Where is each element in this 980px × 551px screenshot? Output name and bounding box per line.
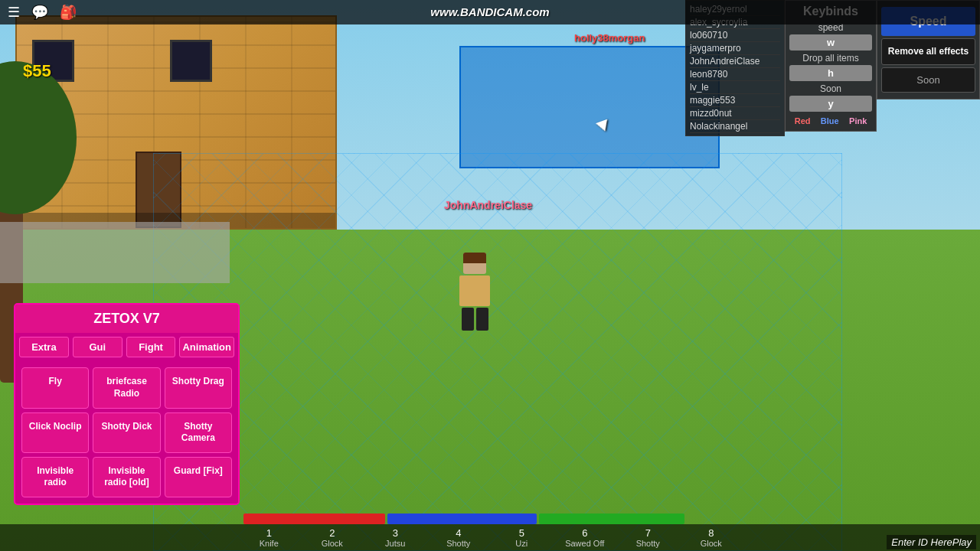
soon-button: Soon (881, 67, 975, 93)
hotbar-label-3: Jutsu (385, 539, 405, 548)
fly-button[interactable]: Fly (21, 367, 89, 408)
drop-all-key[interactable]: h (789, 65, 872, 81)
keybind-colors: Red Blue Pink (789, 115, 872, 127)
tab-fight[interactable]: Fight (126, 337, 176, 357)
hotbar-num-2: 2 (329, 527, 335, 539)
player-list-item: jaygamerpro (690, 42, 780, 55)
hotbar-slot-5[interactable]: 5 Uzi (490, 527, 554, 548)
click-noclip-button[interactable]: Click Noclip (21, 412, 89, 453)
money-display: $55 (23, 61, 51, 81)
menu-icon[interactable]: ☰ (8, 4, 20, 21)
hotbar-num-7: 7 (645, 527, 651, 539)
color-red-btn[interactable]: Red (792, 115, 813, 127)
health-bar-blue (387, 514, 537, 524)
blue-grid-overlay (153, 153, 842, 551)
zetox-tabs: Extra Gui Fight Animation (15, 333, 238, 361)
water-area (459, 46, 720, 168)
hotbar: 1 Knife 2 Glock 3 Jutsu 4 Shotty 5 Uzi 6… (0, 524, 980, 551)
hotbar-slot-1[interactable]: 1 Knife (237, 527, 301, 548)
hotbar-label-6: Sawed Off (565, 539, 604, 548)
invisible-radio-old-button[interactable]: Invisible radio [old] (93, 457, 160, 497)
tab-extra[interactable]: Extra (19, 337, 69, 357)
shotty-dick-button[interactable]: Shotty Dick (93, 412, 160, 453)
hotbar-num-6: 6 (582, 527, 587, 539)
enemy-name: holly38morgan (574, 32, 645, 44)
speed-key[interactable]: w (789, 34, 872, 51)
zetox-title: ZETOX V7 (15, 305, 238, 333)
shotty-drag-button[interactable]: Shotty Drag (165, 367, 232, 408)
hotbar-label-1: Knife (260, 539, 279, 548)
path (0, 222, 230, 283)
hotbar-slot-2[interactable]: 2 Glock (301, 527, 364, 548)
player-character (459, 253, 490, 331)
player-list-item: lo060710 (690, 29, 780, 42)
player-list-item: lv_le (690, 81, 780, 94)
briefcase-radio-button[interactable]: briefcase Radio (93, 367, 160, 408)
hotbar-num-8: 8 (708, 527, 714, 539)
player-list-item: JohnAndreiClase (690, 55, 780, 68)
player-list-item: Nolackinangel (690, 120, 780, 133)
invisible-radio-button[interactable]: Invisible radio (21, 457, 89, 497)
color-blue-btn[interactable]: Blue (818, 115, 841, 127)
hotbar-slot-4[interactable]: 4 Shotty (427, 527, 491, 548)
inventory-icon[interactable]: 🎒 (60, 4, 77, 21)
health-bars (243, 514, 703, 524)
top-bar: ☰ 💬 🎒 www.BANDICAM.com (0, 0, 980, 24)
zetox-buttons: Fly briefcase Radio Shotty Drag Click No… (15, 361, 238, 504)
guard-fix-button[interactable]: Guard [Fix] (165, 457, 232, 497)
soon-key[interactable]: y (789, 96, 872, 112)
watermark: www.BANDICAM.com (430, 0, 549, 24)
player-list-item: maggie553 (690, 94, 780, 107)
tab-gui[interactable]: Gui (73, 337, 122, 357)
zetox-panel: ZETOX V7 Extra Gui Fight Animation Fly b… (14, 303, 240, 505)
hotbar-label-5: Uzi (515, 539, 528, 548)
health-bar-green (539, 514, 684, 524)
window-2 (170, 40, 212, 82)
enter-id-text[interactable]: Enter ID HerePlay (887, 535, 976, 549)
hotbar-label-8: Glock (701, 539, 722, 548)
hotbar-slot-6[interactable]: 6 Sawed Off (554, 527, 617, 548)
hotbar-label-4: Shotty (446, 539, 470, 548)
player-name-floating: JohnAndreiClase (444, 199, 532, 211)
soon-label-1: Soon (789, 83, 872, 94)
remove-effects-button[interactable]: Remove all effects (881, 38, 975, 65)
hotbar-num-1: 1 (266, 527, 272, 539)
hotbar-slot-8[interactable]: 8 Glock (680, 527, 743, 548)
hotbar-label-2: Glock (322, 539, 343, 548)
tab-animation[interactable]: Animation (179, 337, 234, 357)
shotty-camera-button[interactable]: Shotty Camera (165, 412, 232, 453)
player-list-item: mizzd0nut (690, 107, 780, 120)
hotbar-label-7: Shotty (636, 539, 660, 548)
drop-all-label: Drop all items (789, 53, 872, 64)
hotbar-slot-7[interactable]: 7 Shotty (616, 527, 680, 548)
chat-icon[interactable]: 💬 (31, 4, 48, 21)
color-pink-btn[interactable]: Pink (847, 115, 869, 127)
hotbar-num-5: 5 (519, 527, 524, 539)
hotbar-slot-3[interactable]: 3 Jutsu (364, 527, 427, 548)
player-list-item: leon8780 (690, 68, 780, 81)
health-bar-red (243, 514, 385, 524)
hotbar-num-3: 3 (393, 527, 398, 539)
hotbar-num-4: 4 (456, 527, 461, 539)
